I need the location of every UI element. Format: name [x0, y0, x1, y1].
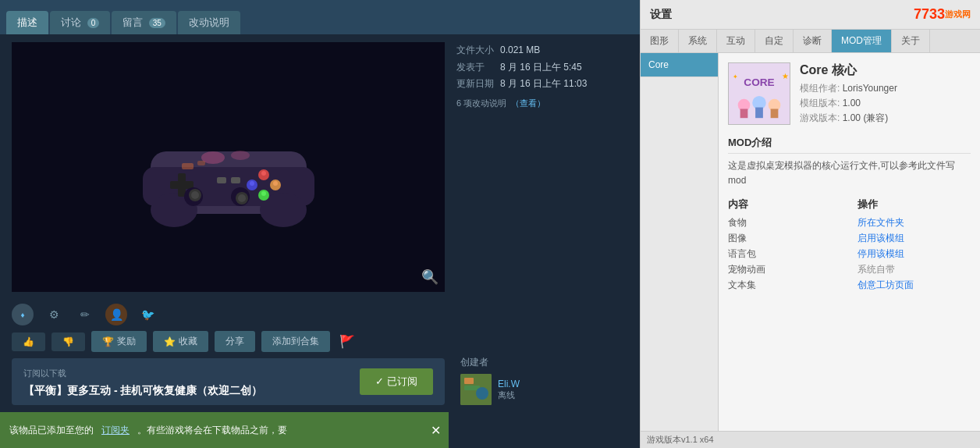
svg-point-29 — [476, 387, 488, 400]
notif-close-button[interactable]: ✕ — [431, 423, 441, 438]
action-row: 👍 👎 🏆 奖励 ⭐ 收藏 分享 添加到合集 🚩 — [12, 331, 358, 352]
content-item-lang: 语言包 — [728, 247, 842, 261]
mod-author-row: 模组作者: LorisYounger — [800, 82, 971, 95]
svg-rect-25 — [197, 161, 205, 165]
svg-point-19 — [191, 191, 199, 199]
add-to-collection-button[interactable]: 添加到合集 — [261, 331, 330, 352]
settings-panel: 设置 7733 游戏网 图形 系统 互动 自定 诊断 MOD管理 关于 — [640, 0, 980, 448]
action-open-folder[interactable]: 所在文件夹 — [858, 216, 971, 229]
tab-system[interactable]: 系统 — [679, 30, 717, 52]
footer-text: 游戏版本v1.1 x64 — [647, 434, 714, 446]
content-item-food: 食物 — [728, 216, 842, 229]
creator-card: Eli.W 离线 — [460, 374, 616, 405]
icon-pencil: ✏ — [74, 304, 96, 325]
svg-point-10 — [261, 171, 266, 176]
mod-detail-header: CORE ★ ✦ Core 核心 — [728, 62, 971, 126]
mod-game-version-row: 游戏版本: 1.00 (兼容) — [800, 112, 971, 125]
subscribe-button[interactable]: ✓ 已订阅 — [360, 368, 433, 395]
action-workshop-page[interactable]: 创意工坊页面 — [858, 279, 971, 292]
settings-title: 设置 — [650, 8, 672, 22]
svg-point-21 — [238, 194, 246, 202]
creator-name[interactable]: Eli.W — [498, 379, 520, 389]
content-item-image: 图像 — [728, 232, 842, 245]
svg-point-23 — [231, 151, 250, 160]
svg-rect-36 — [755, 108, 763, 119]
svg-text:✦: ✦ — [733, 73, 738, 80]
tab-bar: 描述 讨论 0 留言 35 改动说明 — [0, 0, 640, 34]
tab-mods[interactable]: MOD管理 — [832, 30, 892, 52]
content-actions: 内容 食物 图像 语言包 宠物动画 文本集 操作 所在文件夹 启用该模组 停用该… — [728, 197, 971, 294]
icon-row: ♦ ⚙ ✏ 👤 🐦 — [12, 304, 158, 325]
share-button[interactable]: 分享 — [215, 331, 255, 352]
changelog-link[interactable]: （查看） — [511, 96, 545, 112]
icon-steam1: ♦ — [12, 304, 34, 325]
tab-discuss[interactable]: 讨论 0 — [50, 11, 110, 34]
tab-about[interactable]: 关于 — [892, 30, 930, 52]
mod-intro-text: 这是虚拟桌宠模拟器的核心运行文件,可以参考此文件写mod — [728, 158, 971, 188]
logo-number: 7733 — [914, 6, 945, 23]
thumbs-down-icon: 👎 — [62, 336, 74, 347]
published-label: 发表于 — [456, 59, 495, 76]
thumbs-down-button[interactable]: 👎 — [51, 332, 85, 351]
svg-rect-5 — [170, 181, 194, 189]
svg-rect-37 — [771, 109, 779, 119]
creator-status: 离线 — [498, 389, 520, 401]
file-size-value: 0.021 MB — [500, 42, 540, 59]
tab-describe[interactable]: 描述 — [6, 11, 48, 34]
action-enable-mod[interactable]: 启用该模组 — [858, 232, 971, 245]
icon-star1: ⚙ — [43, 304, 65, 325]
tab-interact[interactable]: 互动 — [717, 30, 755, 52]
svg-text:CORE: CORE — [744, 76, 774, 88]
mod-thumbnail: CORE ★ ✦ — [728, 62, 790, 125]
content-title: 内容 — [728, 197, 842, 212]
mod-intro-title: MOD介绍 — [728, 136, 971, 154]
tab-comments[interactable]: 留言 35 — [112, 11, 176, 34]
collect-button[interactable]: ⭐ 收藏 — [153, 331, 208, 352]
notif-link[interactable]: 订阅夹 — [101, 424, 130, 437]
settings-content: Core CORE — [641, 53, 980, 439]
svg-rect-24 — [182, 163, 194, 169]
icon-person: 👤 — [105, 304, 127, 325]
mod-list-item-core[interactable]: Core — [641, 53, 718, 77]
settings-footer: 游戏版本v1.1 x64 — [641, 431, 980, 448]
updated-label: 更新日期 — [456, 76, 495, 93]
svg-rect-35 — [740, 109, 748, 119]
svg-point-11 — [273, 181, 278, 186]
meta-info: 文件大小 0.021 MB 发表于 8 月 16 日上午 5:45 更新日期 8… — [456, 42, 628, 112]
updated-value: 8 月 16 日上午 11:03 — [500, 76, 587, 93]
notification-bar: 该物品已添加至您的 订阅夹 。有些游戏将会在下载物品之前，要 ✕ — [0, 412, 449, 448]
star-icon: ⭐ — [164, 336, 176, 347]
content-item-anim: 宠物动画 — [728, 263, 842, 276]
notif-text: 该物品已添加至您的 — [9, 424, 94, 437]
flag-button[interactable]: 🚩 — [336, 331, 358, 352]
tab-changelog[interactable]: 改动说明 — [178, 11, 240, 34]
svg-rect-14 — [217, 177, 226, 183]
file-size-label: 文件大小 — [456, 42, 495, 59]
thumbs-up-button[interactable]: 👍 — [12, 332, 45, 351]
notif-text2: 。有些游戏将会在下载物品之前，要 — [137, 424, 287, 437]
content-col: 内容 食物 图像 语言包 宠物动画 文本集 — [728, 197, 842, 294]
award-button[interactable]: 🏆 奖励 — [91, 331, 147, 352]
mod-detail: CORE ★ ✦ Core 核心 — [719, 53, 980, 439]
svg-rect-27 — [464, 378, 474, 384]
action-disable-mod[interactable]: 停用该模组 — [858, 247, 971, 261]
mod-list-sidebar: Core — [641, 53, 719, 439]
tab-diagnose[interactable]: 诊断 — [794, 30, 832, 52]
mod-image-container: 🔍 — [12, 42, 445, 292]
tab-graphics[interactable]: 图形 — [641, 30, 679, 52]
logo-area: 7733 游戏网 — [914, 6, 971, 23]
svg-text:★: ★ — [782, 72, 789, 80]
mod-intro-section: MOD介绍 这是虚拟桌宠模拟器的核心运行文件,可以参考此文件写mod — [728, 136, 971, 188]
content-area: 🔍 文件大小 0.021 MB 发表于 8 月 16 日上午 5:45 更新日期… — [0, 34, 640, 448]
zoom-icon[interactable]: 🔍 — [421, 268, 439, 286]
svg-point-12 — [250, 181, 254, 186]
creator-section: 创建者 Eli.W 离线 — [460, 356, 616, 405]
mod-name: Core 核心 — [800, 62, 971, 79]
published-value: 8 月 16 日上午 5:45 — [500, 59, 582, 76]
changelog-label: 6 项改动说明 — [456, 96, 506, 112]
creator-info: Eli.W 离线 — [498, 379, 520, 401]
settings-tabs: 图形 系统 互动 自定 诊断 MOD管理 关于 — [641, 30, 980, 53]
tab-custom[interactable]: 自定 — [755, 30, 794, 52]
actions-title: 操作 — [858, 197, 971, 212]
action-system-builtin: 系统自带 — [858, 263, 971, 276]
